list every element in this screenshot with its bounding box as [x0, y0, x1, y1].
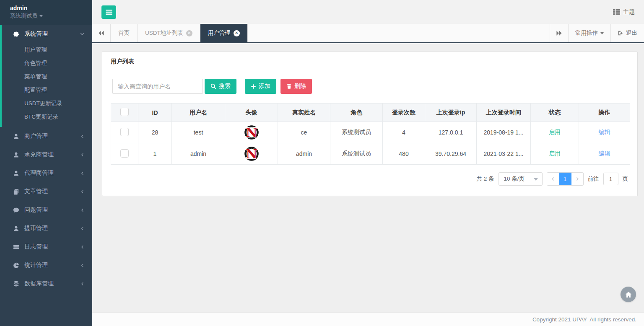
delete-button[interactable]: 删除 — [280, 79, 312, 94]
svg-text:N: N — [246, 147, 257, 161]
avatar: N — [244, 146, 260, 162]
search-button[interactable]: 搜索 — [205, 79, 236, 94]
cell-login-count: 4 — [383, 122, 425, 143]
sidebar-item-user-management[interactable]: 用户管理 — [2, 43, 92, 57]
cell-role: 系统测试员 — [330, 122, 383, 143]
sidebar-item-label: 代理商管理 — [24, 169, 80, 177]
logout-icon — [618, 30, 623, 36]
sidebar-item-log-management[interactable]: 日志管理 — [0, 238, 92, 256]
pagination-total: 共 2 条 — [476, 175, 494, 183]
plus-icon — [251, 84, 256, 89]
cell-last-ip: 127.0.0.1 — [425, 122, 477, 143]
sidebar-item-system-management[interactable]: 系统管理 — [2, 25, 92, 43]
sidebar-item-menu-management[interactable]: 菜单管理 — [2, 70, 92, 83]
delete-button-label: 删除 — [294, 83, 306, 90]
status-toggle[interactable]: 启用 — [549, 150, 561, 157]
back-to-home-button[interactable] — [621, 287, 636, 302]
user-icon — [13, 151, 19, 158]
col-header-username: 用户名 — [172, 103, 225, 122]
sidebar-user-panel: admin 系统测试员 — [0, 0, 92, 25]
edit-link[interactable]: 编辑 — [599, 150, 610, 157]
sidebar-item-statistics-management[interactable]: 统计管理 — [0, 256, 92, 274]
close-icon[interactable]: ✕ — [186, 30, 192, 36]
cell-avatar: N — [225, 143, 278, 165]
page-size-value: 10 条/页 — [504, 175, 525, 183]
status-toggle[interactable]: 启用 — [549, 129, 561, 135]
log-list-icon — [13, 243, 19, 250]
content-area: 用户列表 搜索 添加 删除 — [92, 43, 644, 312]
chevron-down-icon — [80, 31, 85, 36]
user-icon — [13, 133, 19, 140]
prev-page-button[interactable] — [547, 173, 559, 185]
sidebar-item-btc-records[interactable]: BTC更新记录 — [2, 110, 92, 124]
logout-button[interactable]: 退出 — [610, 24, 644, 42]
sidebar-username: admin — [10, 4, 86, 12]
sidebar-user-role-label: 系统测试员 — [10, 12, 37, 20]
main-area: 主题 首页 USDT地址列表 ✕ 用户管理 ✕ 常用操作 — [92, 0, 644, 326]
row-checkbox[interactable] — [120, 128, 129, 136]
user-list-panel: 用户列表 搜索 添加 删除 — [102, 52, 638, 196]
user-icon — [13, 225, 19, 232]
edit-link[interactable]: 编辑 — [599, 129, 610, 135]
sidebar-item-label: 文章管理 — [24, 188, 80, 195]
theme-label: 主题 — [623, 8, 635, 16]
chevron-right-icon — [575, 176, 579, 181]
close-icon[interactable]: ✕ — [234, 30, 240, 36]
col-header-realname: 真实姓名 — [278, 103, 330, 122]
tabs-scroll-right-button[interactable] — [550, 24, 568, 42]
hamburger-icon — [106, 9, 112, 15]
double-right-icon — [556, 31, 562, 36]
sidebar-group-system: 系统管理 用户管理 角色管理 菜单管理 配置管理 USDT更新记录 BTC更新记… — [0, 25, 92, 127]
home-icon — [625, 291, 632, 298]
common-actions-dropdown[interactable]: 常用操作 — [568, 24, 610, 42]
panel-title: 用户列表 — [102, 52, 637, 71]
add-button[interactable]: 添加 — [245, 79, 276, 94]
pagination: 共 2 条 10 条/页 1 — [111, 172, 628, 186]
cell-realname: ce — [278, 122, 330, 143]
chevron-left-icon — [80, 153, 85, 157]
caret-down-icon — [534, 178, 538, 181]
tab-bar: 首页 USDT地址列表 ✕ 用户管理 ✕ 常用操作 退出 — [92, 24, 644, 43]
sidebar-item-database-management[interactable]: 数据库管理 — [0, 274, 92, 293]
tabs-scroll-left-button[interactable] — [92, 24, 111, 42]
page-number-1[interactable]: 1 — [559, 173, 571, 185]
sidebar-item-config-management[interactable]: 配置管理 — [2, 83, 92, 97]
chevron-left-icon — [80, 208, 85, 212]
sidebar-item-question-management[interactable]: 问题管理 — [0, 201, 92, 219]
chevron-left-icon — [80, 171, 85, 176]
sidebar-item-withdrawal-management[interactable]: 提币管理 — [0, 219, 92, 238]
select-all-cell — [111, 103, 138, 122]
tab-home[interactable]: 首页 — [111, 24, 138, 42]
select-all-checkbox[interactable] — [120, 108, 129, 116]
tab-label: USDT地址列表 — [145, 29, 183, 37]
sidebar-item-merchant-management[interactable]: 商户管理 — [0, 127, 92, 145]
row-checkbox[interactable] — [120, 149, 129, 158]
sidebar-user-role-dropdown[interactable]: 系统测试员 — [10, 12, 86, 20]
svg-text:N: N — [246, 125, 257, 140]
pie-chart-icon — [13, 262, 19, 269]
next-page-button[interactable] — [571, 173, 583, 185]
sidebar-submenu-system: 用户管理 角色管理 菜单管理 配置管理 USDT更新记录 BTC更新记录 — [2, 43, 92, 127]
tab-user-management[interactable]: 用户管理 ✕ — [200, 24, 248, 42]
double-left-icon — [98, 31, 104, 36]
sidebar-item-role-management[interactable]: 角色管理 — [2, 57, 92, 70]
sidebar-item-label: 系统管理 — [24, 30, 80, 38]
trash-icon — [286, 83, 292, 89]
tab-usdt-address-list[interactable]: USDT地址列表 ✕ — [138, 24, 200, 42]
col-header-id: ID — [138, 103, 172, 122]
sidebar-item-agent-management[interactable]: 代理商管理 — [0, 164, 92, 182]
goto-page-input[interactable] — [603, 173, 618, 185]
sidebar-toggle-button[interactable] — [101, 5, 116, 19]
tab-label: 用户管理 — [208, 29, 231, 37]
gear-icon — [13, 31, 19, 37]
sidebar-item-article-management[interactable]: 文章管理 — [0, 182, 92, 201]
panel-body: 搜索 添加 删除 — [102, 71, 637, 196]
theme-switcher[interactable]: 主题 — [613, 8, 635, 16]
sidebar: admin 系统测试员 系统管理 用户管理 — [0, 0, 92, 326]
search-input[interactable] — [112, 79, 203, 94]
copyright-text: Copyright 2021 UPAY- All rights reserved… — [532, 316, 636, 323]
cell-realname: admin — [278, 143, 330, 165]
page-size-select[interactable]: 10 条/页 — [499, 172, 543, 186]
sidebar-item-acceptor-management[interactable]: 承兑商管理 — [0, 145, 92, 164]
sidebar-item-usdt-records[interactable]: USDT更新记录 — [2, 97, 92, 110]
